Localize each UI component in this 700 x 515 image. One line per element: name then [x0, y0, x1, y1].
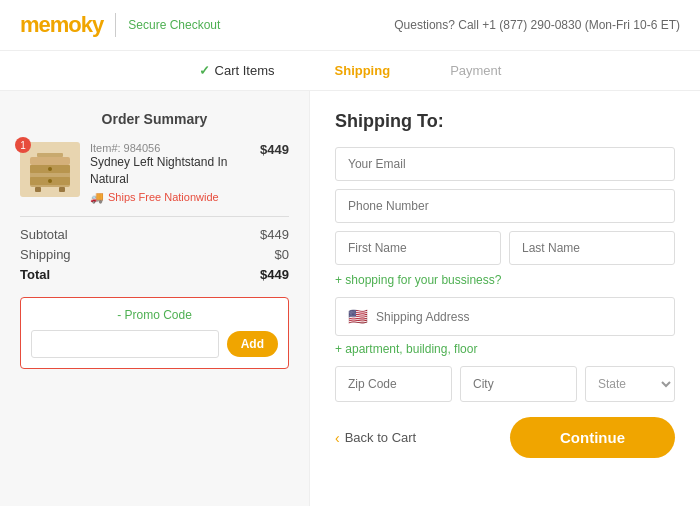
address-row: 🇺🇸 [335, 297, 675, 336]
order-divider [20, 216, 289, 217]
contact-info: Questions? Call +1 (877) 290-0830 (Mon-F… [394, 18, 680, 32]
subtotal-row: Subtotal $449 [20, 227, 289, 242]
item-badge: 1 [15, 137, 31, 153]
svg-point-4 [48, 179, 52, 183]
chevron-left-icon: ‹ [335, 430, 340, 446]
logo: memoky [20, 12, 103, 38]
total-label: Total [20, 267, 50, 282]
steps-nav: ✓ Cart Items Shipping Payment [0, 51, 700, 91]
promo-add-button[interactable]: Add [227, 331, 278, 357]
total-row: Total $449 [20, 267, 289, 282]
last-name-field[interactable] [509, 231, 675, 265]
city-field[interactable] [460, 366, 577, 402]
order-totals: Subtotal $449 Shipping $0 Total $449 [20, 227, 289, 282]
step-cart-label: Cart Items [215, 63, 275, 78]
step-shipping[interactable]: Shipping [335, 63, 391, 78]
action-row: ‹ Back to Cart Continue [335, 417, 675, 458]
total-value: $449 [260, 267, 289, 282]
logo-text: memok [20, 12, 92, 37]
shipping-row: Shipping $0 [20, 247, 289, 262]
secure-label: Secure Checkout [128, 18, 220, 32]
step-shipping-label: Shipping [335, 63, 391, 78]
step-payment[interactable]: Payment [450, 63, 501, 78]
zip-field[interactable] [335, 366, 452, 402]
left-panel: Order Summary 1 Item#: 984056 [0, 91, 310, 506]
shipping-value: $0 [275, 247, 289, 262]
svg-rect-8 [37, 153, 63, 157]
check-icon: ✓ [199, 63, 210, 78]
promo-input[interactable] [31, 330, 219, 358]
promo-label[interactable]: - Promo Code [31, 308, 278, 322]
item-name: Sydney Left Nightstand In Natural [90, 154, 250, 188]
svg-point-3 [48, 167, 52, 171]
state-select[interactable]: State ALAKAZCA COCTFLGA NYTX [585, 366, 675, 402]
right-panel: Shipping To: + shopping for your bussine… [310, 91, 700, 506]
svg-rect-6 [59, 187, 65, 192]
flag-icon: 🇺🇸 [348, 307, 368, 326]
email-field[interactable] [335, 147, 675, 181]
phone-field[interactable] [335, 189, 675, 223]
promo-input-row: Add [31, 330, 278, 358]
order-item: 1 Item#: 984056 Sydney Left Nightstan [20, 142, 289, 204]
continue-button[interactable]: Continue [510, 417, 675, 458]
back-label: Back to Cart [345, 430, 417, 445]
promo-section: - Promo Code Add [20, 297, 289, 369]
business-link[interactable]: + shopping for your bussiness? [335, 273, 675, 287]
back-to-cart-button[interactable]: ‹ Back to Cart [335, 430, 416, 446]
item-ships: 🚚 Ships Free Nationwide [90, 191, 250, 204]
apartment-link[interactable]: + apartment, building, floor [335, 342, 675, 356]
step-payment-label: Payment [450, 63, 501, 78]
shipping-label: Shipping [20, 247, 71, 262]
item-price: $449 [260, 142, 289, 157]
item-details: Item#: 984056 Sydney Left Nightstand In … [90, 142, 250, 204]
main-content: Order Summary 1 Item#: 984056 [0, 91, 700, 506]
svg-rect-7 [30, 157, 70, 165]
svg-rect-5 [35, 187, 41, 192]
step-cart-items[interactable]: ✓ Cart Items [199, 63, 275, 78]
first-name-field[interactable] [335, 231, 501, 265]
header: memoky Secure Checkout Questions? Call +… [0, 0, 700, 51]
logo-area: memoky Secure Checkout [20, 12, 220, 38]
order-summary-title: Order Summary [20, 111, 289, 127]
address-field[interactable] [376, 310, 662, 324]
subtotal-value: $449 [260, 227, 289, 242]
ships-label: Ships Free Nationwide [108, 191, 219, 203]
zip-city-state-row: State ALAKAZCA COCTFLGA NYTX [335, 366, 675, 402]
logo-divider [115, 13, 116, 37]
truck-icon: 🚚 [90, 191, 104, 204]
logo-accent: y [92, 12, 103, 37]
shipping-to-title: Shipping To: [335, 111, 675, 132]
subtotal-label: Subtotal [20, 227, 68, 242]
name-row [335, 231, 675, 265]
item-number: Item#: 984056 [90, 142, 250, 154]
